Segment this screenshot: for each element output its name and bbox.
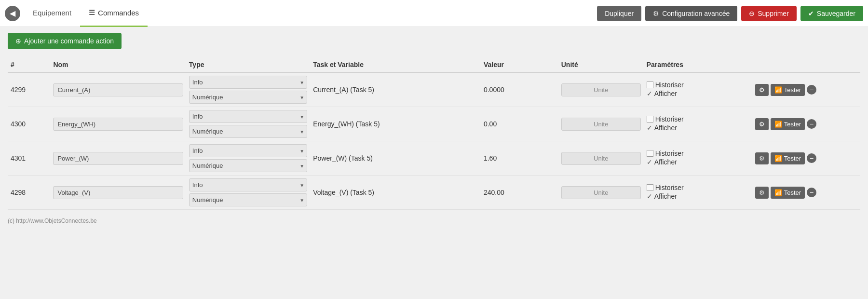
afficher-checkmark-1: ✓ xyxy=(647,124,652,132)
back-button[interactable]: ◀ xyxy=(5,6,20,21)
row-type-0: Info Numérique xyxy=(186,73,310,107)
historiser-row-2: Historiser xyxy=(647,150,749,157)
col-header-task: Task et Variable xyxy=(310,57,481,73)
gear-button-1[interactable]: ⚙ xyxy=(755,118,769,130)
col-header-type: Type xyxy=(186,57,310,73)
table-header-row: # Nom Type Task et Variable Valeur Unité… xyxy=(8,57,860,73)
nom-input-2[interactable] xyxy=(53,152,183,165)
type1-select-1[interactable]: Info xyxy=(189,110,307,123)
historiser-row-0: Historiser xyxy=(647,81,749,89)
row-id-2: 4301 xyxy=(8,141,50,176)
row-params-1: Historiser ✓ Afficher xyxy=(644,107,752,141)
type2-select-1[interactable]: Numérique xyxy=(189,125,307,138)
supprimer-button[interactable]: ⊖ Supprimer xyxy=(741,6,797,21)
historiser-label-0: Historiser xyxy=(655,81,684,89)
type2-select-3[interactable]: Numérique xyxy=(189,193,307,206)
type1-wrapper-3: Info xyxy=(189,178,307,191)
nom-input-3[interactable] xyxy=(53,186,183,199)
row-unite-0 xyxy=(558,73,644,107)
row-task-2: Power_(W) (Task 5) xyxy=(310,141,481,176)
row-task-1: Energy_(WH) (Task 5) xyxy=(310,107,481,141)
row-nom-0 xyxy=(50,73,186,107)
supprimer-label: Supprimer xyxy=(758,10,789,17)
row-params-2: Historiser ✓ Afficher xyxy=(644,141,752,176)
row-task-0: Current_(A) (Task 5) xyxy=(310,73,481,107)
action-row-1: ⚙ 📶 Tester − xyxy=(755,118,857,130)
type2-wrapper-1: Numérique xyxy=(189,125,307,138)
row-task-3: Voltage_(V) (Task 5) xyxy=(310,176,481,210)
tab-equipement[interactable]: Equipement xyxy=(24,0,80,27)
col-header-unite: Unité xyxy=(558,57,644,73)
remove-button-3[interactable]: − xyxy=(807,188,816,197)
row-unite-1 xyxy=(558,107,644,141)
add-commande-button[interactable]: ⊕ Ajouter une commande action xyxy=(8,33,122,49)
row-nom-3 xyxy=(50,176,186,210)
tester-button-2[interactable]: 📶 Tester xyxy=(771,152,805,164)
afficher-label-1: Afficher xyxy=(654,124,677,132)
row-type-1: Info Numérique xyxy=(186,107,310,141)
historiser-checkbox-2[interactable] xyxy=(647,150,653,157)
historiser-checkbox-1[interactable] xyxy=(647,116,653,122)
dupliquer-label: Dupliquer xyxy=(605,10,634,17)
row-valeur-1: 0.00 xyxy=(481,107,558,141)
type2-wrapper-0: Numérique xyxy=(189,91,307,104)
config-avancee-button[interactable]: ⚙ Configuration avancée xyxy=(645,6,737,21)
historiser-label-1: Historiser xyxy=(655,115,684,123)
remove-button-0[interactable]: − xyxy=(807,85,816,95)
remove-button-1[interactable]: − xyxy=(807,119,816,129)
tester-label-2: Tester xyxy=(784,155,801,162)
type2-select-2[interactable]: Numérique xyxy=(189,159,307,172)
row-params-3: Historiser ✓ Afficher xyxy=(644,176,752,210)
tester-button-0[interactable]: 📶 Tester xyxy=(771,84,805,96)
type2-select-0[interactable]: Numérique xyxy=(189,91,307,104)
type1-wrapper-2: Info xyxy=(189,144,307,157)
unite-input-3[interactable] xyxy=(561,186,641,199)
type1-select-3[interactable]: Info xyxy=(189,178,307,191)
tester-button-3[interactable]: 📶 Tester xyxy=(771,187,805,199)
nom-input-0[interactable] xyxy=(53,83,183,96)
unite-input-0[interactable] xyxy=(561,83,641,96)
dupliquer-button[interactable]: Dupliquer xyxy=(597,6,641,21)
historiser-checkbox-3[interactable] xyxy=(647,184,653,191)
afficher-row-2: ✓ Afficher xyxy=(647,158,749,166)
tab-commandes[interactable]: ☰ Commandes xyxy=(80,0,148,27)
row-actions-2: ⚙ 📶 Tester − xyxy=(752,141,860,176)
row-actions-0: ⚙ 📶 Tester − xyxy=(752,73,860,107)
gear-button-3[interactable]: ⚙ xyxy=(755,187,769,199)
type1-select-2[interactable]: Info xyxy=(189,144,307,157)
tester-label-1: Tester xyxy=(784,121,801,128)
sauvegarder-button[interactable]: ✔ Sauvegarder xyxy=(800,6,863,21)
historiser-checkbox-0[interactable] xyxy=(647,82,653,88)
row-actions-1: ⚙ 📶 Tester − xyxy=(752,107,860,141)
action-row-2: ⚙ 📶 Tester − xyxy=(755,152,857,164)
col-header-id: # xyxy=(8,57,50,73)
unite-input-2[interactable] xyxy=(561,152,641,165)
unite-input-1[interactable] xyxy=(561,118,641,131)
type2-wrapper-3: Numérique xyxy=(189,193,307,206)
remove-button-2[interactable]: − xyxy=(807,153,816,163)
tester-label-0: Tester xyxy=(784,86,801,94)
table-row: 4300 Info Numérique Energy_(WH) (Task 5)… xyxy=(8,107,860,141)
table-row: 4298 Info Numérique Voltage_(V) (Task 5)… xyxy=(8,176,860,210)
type-section-1: Info Numérique xyxy=(189,110,307,138)
nom-input-1[interactable] xyxy=(53,118,183,131)
add-commande-label: Ajouter une commande action xyxy=(24,37,114,45)
type2-wrapper-2: Numérique xyxy=(189,159,307,172)
row-unite-2 xyxy=(558,141,644,176)
row-unite-3 xyxy=(558,176,644,210)
config-avancee-label: Configuration avancée xyxy=(662,10,730,17)
historiser-label-2: Historiser xyxy=(655,150,684,157)
type1-select-0[interactable]: Info xyxy=(189,76,307,89)
afficher-label-3: Afficher xyxy=(654,192,677,200)
tester-button-1[interactable]: 📶 Tester xyxy=(771,118,805,130)
gear-button-2[interactable]: ⚙ xyxy=(755,152,769,164)
type-section-3: Info Numérique xyxy=(189,178,307,206)
table-row: 4299 Info Numérique Current_(A) (Task 5)… xyxy=(8,73,860,107)
tester-label-3: Tester xyxy=(784,189,801,196)
back-icon: ◀ xyxy=(10,9,15,18)
afficher-label-0: Afficher xyxy=(654,90,677,97)
type-section-2: Info Numérique xyxy=(189,144,307,172)
row-type-3: Info Numérique xyxy=(186,176,310,210)
tab-commandes-label: Commandes xyxy=(98,9,139,17)
gear-button-0[interactable]: ⚙ xyxy=(755,84,769,96)
